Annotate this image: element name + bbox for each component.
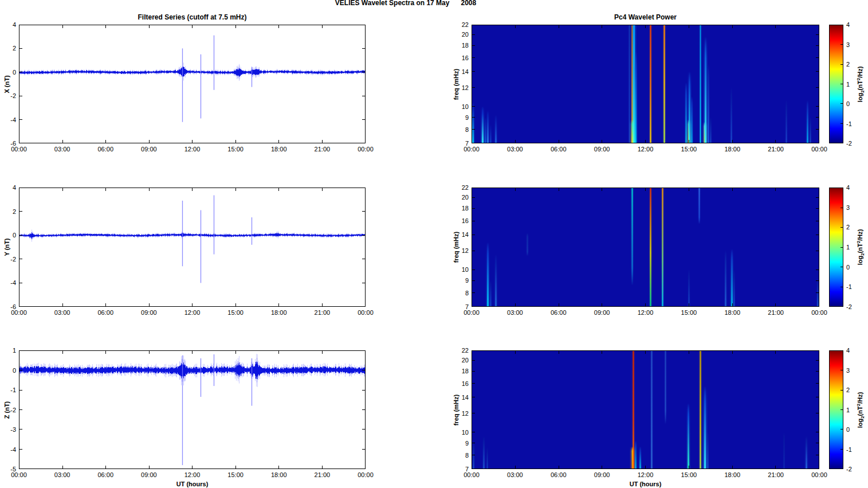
x-tick-label: 15:00 (227, 146, 243, 153)
x-tick-label: 03:00 (54, 309, 70, 317)
x-tick-label: 09:00 (594, 471, 610, 479)
x-tick-label: 09:00 (141, 309, 157, 317)
y-tick-label: -4 (0, 279, 16, 287)
x-tick-label: 21:00 (315, 146, 331, 153)
freq-tick-label: 22 (450, 184, 469, 192)
freq-tick-label: 10 (450, 103, 469, 111)
y-tick-label: 1 (0, 347, 16, 354)
x-tick-label: 00:00 (11, 146, 27, 153)
y-tick-label: 4 (0, 21, 16, 29)
x-tick-label: 06:00 (97, 309, 113, 317)
colorbar-tick-label: 2 (846, 224, 850, 231)
colorbar-tick-label: 4 (846, 184, 850, 192)
z-filtered-series-plot (19, 350, 366, 469)
x-tick-label: 09:00 (594, 146, 610, 153)
x-tick-label: 00:00 (11, 309, 27, 317)
x-tick-label: 18:00 (724, 471, 740, 479)
z-wavelet-power-spectrogram (472, 350, 819, 469)
colorbar-tick-label: 3 (846, 367, 850, 374)
x-tick-label: 06:00 (551, 146, 567, 153)
x-tick-label: 00:00 (11, 471, 27, 479)
y-tick-label: 4 (0, 184, 16, 192)
freq-tick-label: 18 (450, 42, 469, 49)
x-tick-label: 18:00 (271, 146, 287, 153)
x-tick-label: 00:00 (811, 146, 827, 153)
freq-tick-label: 22 (450, 347, 469, 354)
colorbar-tick-label: 0 (846, 100, 850, 108)
x-tick-label: 06:00 (97, 146, 113, 153)
x-tick-label: 06:00 (97, 471, 113, 479)
y-axis-label: Z (nT) (3, 401, 10, 419)
x-tick-label: 03:00 (54, 471, 70, 479)
spectrogram-column-title: Pc4 Wavelet Power (472, 13, 819, 21)
y-tick-label: -2 (0, 256, 16, 263)
x-tick-label: 21:00 (315, 309, 331, 317)
x-tick-label: 03:00 (507, 146, 523, 153)
y-axis-label: Y (nT) (3, 239, 10, 256)
colorbar-tick-label: 2 (846, 387, 850, 394)
y-tick-label: -4 (0, 116, 16, 124)
freq-tick-label: 9 (450, 277, 469, 284)
x-tick-label: 06:00 (551, 471, 567, 479)
figure-title: VELIES Wavelet Spectra on 17 May 2008 (0, 0, 811, 7)
freq-tick-label: 9 (450, 114, 469, 122)
colorbar-tick-label: -2 (846, 140, 852, 147)
x-tick-label: 00:00 (464, 471, 480, 479)
x-tick-label: 00:00 (464, 146, 480, 153)
colorbar-tick-label: -2 (846, 303, 852, 311)
freq-tick-label: 16 (450, 217, 469, 225)
colorbar (829, 25, 843, 143)
x-tick-label: 00:00 (358, 146, 374, 153)
y-tick-label: 2 (0, 45, 16, 52)
y-wavelet-power-spectrogram (472, 188, 819, 307)
colorbar-tick-label: 4 (846, 21, 850, 29)
colorbar-label: log2(nT2/Hz) (856, 66, 866, 102)
colorbar-tick-label: 3 (846, 41, 850, 49)
freq-tick-label: 20 (450, 194, 469, 201)
x-tick-label: 18:00 (271, 471, 287, 479)
x-tick-label: 15:00 (227, 471, 243, 479)
colorbar-tick-label: 1 (846, 81, 850, 88)
x-tick-label: 21:00 (768, 309, 784, 317)
y-tick-label: -1 (0, 387, 16, 394)
x-tick-label: 00:00 (811, 309, 827, 317)
timeseries-column-title: Filtered Series (cutoff at 7.5 mHz) (19, 13, 366, 21)
x-tick-label: 00:00 (358, 309, 374, 317)
freq-tick-label: 22 (450, 21, 469, 29)
x-tick-label: 21:00 (768, 471, 784, 479)
x-tick-label: 06:00 (551, 309, 567, 317)
colorbar (829, 350, 843, 469)
x-tick-label: 12:00 (638, 146, 654, 153)
freq-tick-label: 8 (450, 452, 469, 459)
freq-axis-label: freq (mHz) (453, 68, 459, 99)
freq-tick-label: 8 (450, 126, 469, 134)
colorbar-tick-label: -1 (846, 283, 852, 291)
colorbar-tick-label: -2 (846, 466, 852, 473)
freq-tick-label: 20 (450, 31, 469, 38)
freq-tick-label: 16 (450, 54, 469, 62)
freq-tick-label: 8 (450, 290, 469, 297)
x-tick-label: 12:00 (184, 146, 201, 153)
colorbar-tick-label: 0 (846, 264, 850, 271)
x-tick-label: 12:00 (184, 309, 201, 317)
x-tick-label: 03:00 (54, 146, 70, 153)
colorbar-tick-label: 3 (846, 204, 850, 212)
colorbar-tick-label: 0 (846, 426, 850, 434)
colorbar-label: log2(nT2/Hz) (856, 229, 866, 266)
freq-tick-label: 20 (450, 357, 469, 364)
x-tick-label: 12:00 (638, 309, 654, 317)
x-tick-label: 03:00 (507, 309, 523, 317)
colorbar-tick-label: -1 (846, 446, 852, 454)
y-filtered-series-plot (19, 188, 366, 307)
x-tick-label: 00:00 (358, 471, 374, 479)
x-axis-label: UT (hours) (630, 481, 662, 487)
y-tick-label: 0 (0, 367, 16, 374)
y-tick-label: -2 (0, 92, 16, 100)
x-tick-label: 12:00 (638, 471, 654, 479)
colorbar-label: log2(nT2/Hz) (856, 392, 866, 428)
y-tick-label: 2 (0, 208, 16, 216)
freq-tick-label: 18 (450, 368, 469, 375)
x-tick-label: 21:00 (315, 471, 331, 479)
freq-axis-label: freq (mHz) (453, 394, 459, 425)
freq-tick-label: 9 (450, 440, 469, 447)
